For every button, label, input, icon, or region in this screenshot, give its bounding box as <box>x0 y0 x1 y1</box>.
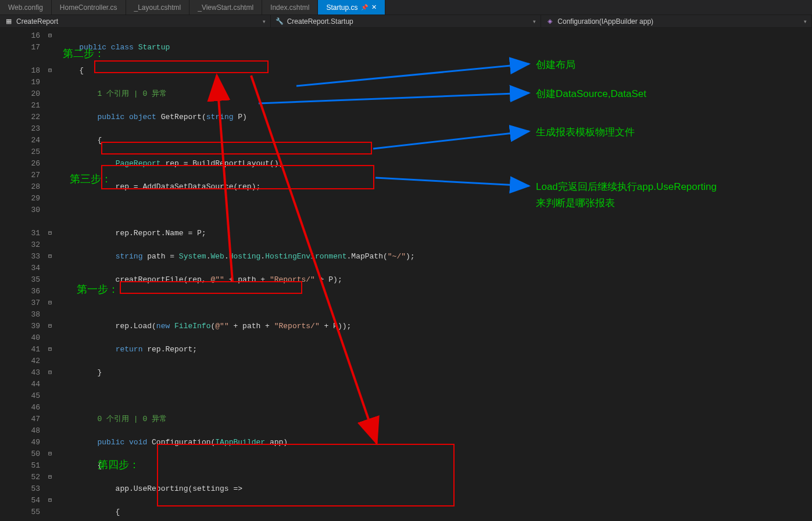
breadcrumb-bar: ▦ CreateReport ▾ 🔧 CreateReport.Startup … <box>0 15 812 28</box>
project-icon: ▦ <box>5 17 13 26</box>
tab-layout[interactable]: _Layout.cshtml <box>126 0 190 15</box>
method-icon: ◈ <box>546 17 554 26</box>
crumb-project[interactable]: ▦ CreateReport ▾ <box>0 15 271 27</box>
tab-startup[interactable]: Startup.cs 📌 ✕ <box>318 0 385 15</box>
crumb-class[interactable]: 🔧 CreateReport.Startup ▾ <box>271 15 542 27</box>
chevron-down-icon: ▾ <box>804 19 807 24</box>
tab-homecontroller[interactable]: HomeController.cs <box>52 0 126 15</box>
pin-icon[interactable]: 📌 <box>361 4 368 10</box>
close-icon[interactable]: ✕ <box>371 3 377 11</box>
fold-gutter[interactable]: ⊟⊟⊟⊟⊟⊟⊟⊟⊟⊟⊟ <box>44 28 56 521</box>
crumb-method[interactable]: ◈ Configuration(IAppBuilder app) ▾ <box>541 15 812 27</box>
class-icon: 🔧 <box>276 17 284 26</box>
tab-viewstart[interactable]: _ViewStart.cshtml <box>189 0 262 15</box>
tab-index[interactable]: Index.cshtml <box>262 0 318 15</box>
tab-webconfig[interactable]: Web.config <box>0 0 52 15</box>
line-gutter: 1617181920212223242526272829303132333435… <box>0 28 44 521</box>
chevron-down-icon: ▾ <box>263 19 266 24</box>
chevron-down-icon: ▾ <box>533 19 536 24</box>
tab-bar: Web.config HomeController.cs _Layout.csh… <box>0 0 812 15</box>
code-editor[interactable]: 1617181920212223242526272829303132333435… <box>0 28 812 521</box>
code-area[interactable]: public class Startup { 1 个引用 | 0 异常 publ… <box>56 28 812 521</box>
